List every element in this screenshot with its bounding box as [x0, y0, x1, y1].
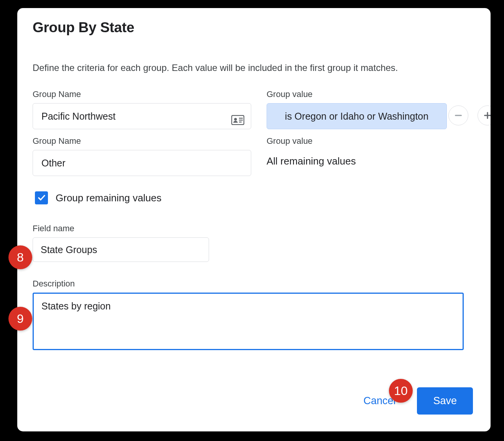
id-card-icon	[231, 115, 244, 127]
group-remaining-checkbox[interactable]	[35, 191, 48, 204]
field-name-section: Field name	[33, 224, 475, 262]
group-name-input[interactable]	[33, 150, 251, 176]
description-label: Description	[33, 279, 475, 289]
svg-rect-7	[487, 112, 488, 119]
group-row: Group Name Group value is Oregon or Idah…	[33, 89, 475, 129]
group-remaining-label: Group remaining values	[56, 192, 161, 204]
dialog-intro: Define the criteria for each group. Each…	[33, 63, 475, 73]
group-name-input[interactable]	[33, 103, 251, 129]
callout-badge-8: 8	[8, 245, 32, 269]
callout-badge-9: 9	[8, 307, 32, 331]
group-value-label: Group value	[267, 136, 447, 146]
svg-rect-2	[239, 118, 243, 118]
svg-rect-4	[239, 122, 242, 122]
add-row-button[interactable]	[478, 105, 492, 125]
description-textarea[interactable]	[33, 293, 464, 350]
remove-row-button[interactable]	[448, 105, 468, 125]
save-button[interactable]: Save	[417, 387, 473, 415]
group-name-label: Group Name	[33, 136, 251, 146]
description-section: Description	[33, 279, 475, 352]
group-value-static: All remaining values	[267, 150, 447, 167]
field-name-label: Field name	[33, 224, 475, 234]
group-row: Group Name Group value All remaining val…	[33, 136, 475, 176]
group-value-chip[interactable]: is Oregon or Idaho or Washington	[267, 103, 447, 129]
svg-rect-3	[239, 120, 243, 120]
field-name-input[interactable]	[33, 237, 209, 262]
group-name-label: Group Name	[33, 89, 251, 99]
group-remaining-row: Group remaining values	[35, 191, 475, 204]
dialog-title: Group By State	[33, 20, 475, 36]
svg-rect-5	[455, 115, 462, 116]
group-by-dialog: Group By State Define the criteria for e…	[16, 7, 492, 433]
group-value-label: Group value	[267, 89, 447, 99]
callout-badge-10: 10	[389, 379, 413, 403]
dialog-footer: Cancel Save	[361, 387, 473, 415]
svg-point-1	[234, 118, 237, 120]
